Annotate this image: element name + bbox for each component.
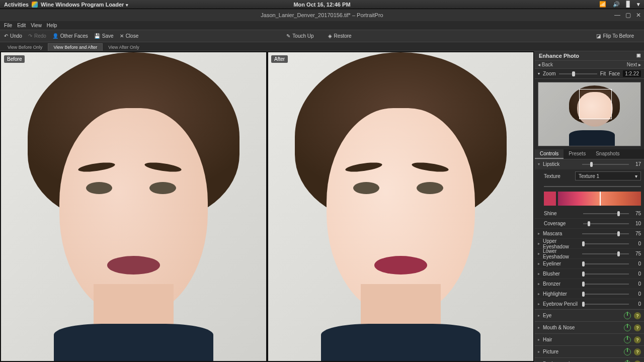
- section-picture[interactable]: ▸Picture?: [535, 345, 644, 357]
- right-panel: Enhance Photo ◂ Back Next ▸ ▾ Zoom Fit F…: [534, 51, 644, 362]
- menu-edit[interactable]: Edit: [17, 23, 26, 28]
- slider-shine[interactable]: Shine 75: [535, 209, 644, 219]
- close-icon: ✕: [120, 33, 124, 39]
- chevron-right-icon: ▸: [538, 251, 543, 256]
- close-button[interactable]: ✕Close: [120, 33, 139, 39]
- slider-track[interactable]: [582, 251, 629, 257]
- menu-bar: File Edit View Help: [0, 21, 644, 30]
- coverage-slider[interactable]: [583, 221, 629, 227]
- navigator-crop[interactable]: [579, 89, 612, 119]
- lipstick-hue-row: [535, 183, 644, 209]
- volume-icon[interactable]: 🔊: [613, 1, 620, 7]
- back-button[interactable]: ◂ Back: [538, 62, 553, 67]
- slider-coverage[interactable]: Coverage 10: [535, 219, 644, 229]
- slider-eyeliner[interactable]: ▸Eyeliner0: [535, 259, 644, 269]
- activities-button[interactable]: Activities: [4, 2, 29, 8]
- chevron-right-icon: ▸: [538, 261, 543, 266]
- help-icon[interactable]: ?: [634, 324, 641, 331]
- power-icon[interactable]: [624, 312, 631, 319]
- menu-help[interactable]: Help: [47, 23, 57, 28]
- slider-upper-eyeshadow[interactable]: ▸Upper Eyeshadow0: [535, 239, 644, 249]
- help-icon[interactable]: ?: [634, 312, 641, 319]
- lipstick-slider[interactable]: [582, 161, 629, 167]
- close-window-button[interactable]: ✕: [636, 12, 641, 19]
- restore-button[interactable]: ◈Restore: [328, 33, 352, 39]
- power-icon[interactable]: [624, 336, 631, 343]
- slider-lower-eyeshadow[interactable]: ▸Lower Eyeshadow75: [535, 249, 644, 259]
- menu-icon[interactable]: ▾: [637, 1, 640, 7]
- chevron-right-icon: ▸: [538, 313, 543, 318]
- menu-view[interactable]: View: [31, 23, 42, 28]
- before-pane[interactable]: Before: [1, 52, 266, 361]
- clock: Mon Oct 16, 12:46 PM: [293, 2, 350, 8]
- lipstick-hue-slider[interactable]: [544, 184, 641, 190]
- section-eye[interactable]: ▸Eye?: [535, 309, 644, 321]
- view-tabs: View Before Only View Before and After V…: [0, 42, 644, 51]
- zoom-face-button[interactable]: Face: [609, 71, 620, 76]
- slider-track[interactable]: [582, 261, 629, 267]
- help-icon[interactable]: ?: [634, 348, 641, 355]
- navigator-preview[interactable]: [538, 82, 641, 146]
- zoom-fit-button[interactable]: Fit: [600, 71, 606, 76]
- power-icon[interactable]: [624, 348, 631, 355]
- chevron-right-icon: ▸: [538, 302, 543, 306]
- chevron-right-icon: ▸: [538, 241, 543, 246]
- power-icon[interactable]: [624, 324, 631, 331]
- redo-button[interactable]: ↷Redo: [28, 33, 46, 39]
- chevron-right-icon: ▸: [538, 337, 543, 342]
- menu-file[interactable]: File: [4, 23, 12, 28]
- undo-button[interactable]: ↶Undo: [4, 33, 22, 39]
- slider-track[interactable]: [582, 271, 629, 277]
- wine-icon: [32, 2, 38, 8]
- save-button[interactable]: 💾Save: [94, 33, 114, 39]
- section-hair[interactable]: ▸Hair?: [535, 333, 644, 345]
- texture-select[interactable]: Texture 1▾: [575, 171, 641, 180]
- tab-presets[interactable]: Presets: [564, 149, 591, 159]
- zoom-slider[interactable]: [559, 71, 597, 77]
- network-icon[interactable]: 📶: [599, 1, 606, 7]
- tab-snapshots[interactable]: Snapshots: [591, 149, 624, 159]
- section-background[interactable]: ▸Background?: [535, 357, 644, 362]
- slider-track[interactable]: [582, 301, 629, 307]
- slider-bronzer[interactable]: ▸Bronzer0: [535, 279, 644, 289]
- tab-controls[interactable]: Controls: [535, 149, 564, 159]
- panel-title: Enhance Photo: [535, 51, 644, 61]
- minimize-button[interactable]: —: [614, 12, 620, 19]
- maximize-button[interactable]: ▢: [625, 12, 631, 19]
- slider-blusher[interactable]: ▸Blusher0: [535, 269, 644, 279]
- tab-before-after[interactable]: View Before and After: [48, 43, 103, 51]
- after-label: After: [271, 55, 288, 63]
- canvas: Before After: [0, 51, 534, 362]
- slider-track[interactable]: [582, 231, 629, 237]
- slider-highlighter[interactable]: ▸Highlighter0: [535, 289, 644, 299]
- next-button[interactable]: Next ▸: [627, 62, 641, 67]
- lipstick-color-swatch[interactable]: [544, 192, 556, 206]
- redo-icon: ↷: [28, 33, 32, 39]
- help-icon[interactable]: ?: [634, 360, 641, 363]
- touch-up-button[interactable]: ✎Touch Up: [286, 33, 313, 39]
- shine-slider[interactable]: [583, 211, 629, 217]
- slider-track[interactable]: [582, 281, 629, 287]
- flip-before-button[interactable]: ◪Flip To Before: [596, 33, 634, 39]
- power-icon[interactable]: [624, 360, 631, 363]
- slider-track[interactable]: [582, 241, 629, 247]
- slider-lipstick[interactable]: ▾ Lipstick 17: [535, 159, 644, 169]
- chevron-right-icon: ▸: [538, 292, 543, 296]
- help-icon[interactable]: ?: [634, 336, 641, 343]
- after-pane[interactable]: After: [268, 52, 533, 361]
- flip-icon: ◪: [596, 33, 601, 39]
- tab-after-only[interactable]: View After Only: [103, 43, 144, 51]
- system-tray[interactable]: 📶 🔊 ▊ ▾: [594, 1, 640, 8]
- battery-icon[interactable]: ▊: [626, 1, 630, 7]
- lipstick-gradient[interactable]: [558, 192, 641, 206]
- app-name[interactable]: Wine Windows Program Loader: [41, 2, 128, 8]
- tab-before-only[interactable]: View Before Only: [2, 43, 48, 51]
- chevron-down-icon[interactable]: ▾: [538, 71, 540, 76]
- slider-track[interactable]: [582, 291, 629, 297]
- controls-list: ▾ Lipstick 17 Texture Texture 1▾: [535, 159, 644, 362]
- slider-mascara[interactable]: ▸Mascara75: [535, 229, 644, 239]
- other-faces-button[interactable]: 👤Other Faces: [52, 33, 88, 39]
- zoom-label: Zoom: [543, 71, 556, 76]
- slider-eyebrow-pencil[interactable]: ▸Eyebrow Pencil0: [535, 299, 644, 309]
- section-mouth-nose[interactable]: ▸Mouth & Nose?: [535, 321, 644, 333]
